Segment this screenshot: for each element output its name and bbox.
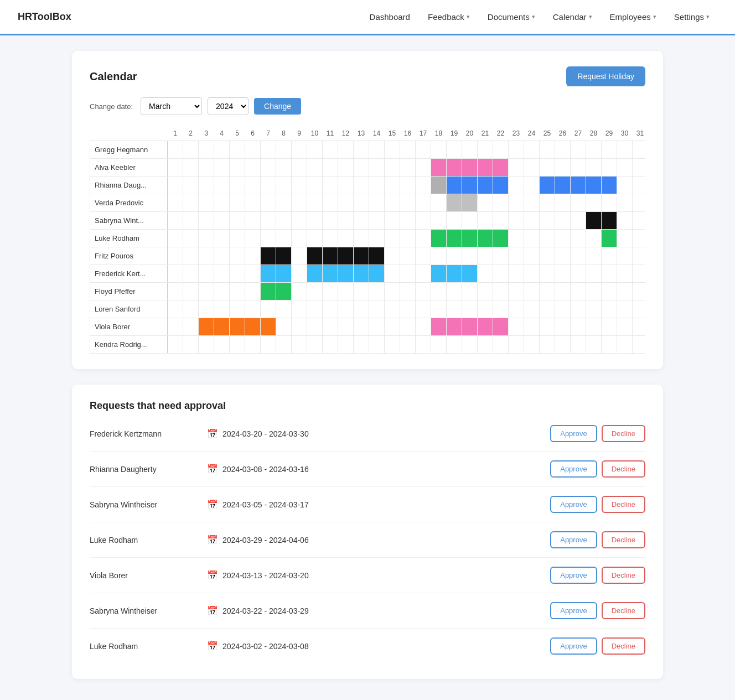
chevron-down-icon: ▾ [706,13,710,20]
day-cell-24 [524,230,540,247]
day-cell-30 [617,300,633,318]
day-cell-20 [462,230,478,247]
approve-button[interactable]: Approve [550,567,597,584]
day-cell-12 [338,300,354,318]
approve-button[interactable]: Approve [550,602,597,619]
calendar-icon: 📅 [207,464,218,474]
approval-row: Sabryna Wintheiser 📅 2024-03-05 - 2024-0… [90,487,645,522]
table-row: Kendra Rodrig... [90,336,646,354]
day-cell-1 [168,141,183,159]
chevron-down-icon: ▾ [467,13,470,20]
chevron-down-icon: ▾ [653,13,656,20]
day-cell-3 [199,159,214,177]
day-cell-12 [338,247,354,265]
day-cell-14 [369,283,385,300]
decline-button[interactable]: Decline [602,460,645,478]
day-cell-11 [323,283,338,300]
approve-button[interactable]: Approve [550,425,597,442]
day-cell-25 [540,159,555,177]
day-cell-24 [524,247,540,265]
nav-feedback[interactable]: Feedback ▾ [420,8,478,26]
day-cell-4 [214,177,230,194]
approve-button[interactable]: Approve [550,460,597,478]
calendar-icon: 📅 [207,499,218,510]
day-cell-12 [338,159,354,177]
decline-button[interactable]: Decline [602,425,645,442]
day-cell-25 [540,177,555,194]
day-cell-27 [571,230,586,247]
day-header-10: 10 [307,126,323,141]
nav-links: Dashboard Feedback ▾ Documents ▾ Calenda… [362,8,717,26]
nav-settings[interactable]: Settings ▾ [666,8,717,26]
day-cell-16 [400,300,416,318]
decline-button[interactable]: Decline [602,637,645,655]
day-cell-2 [183,177,199,194]
day-header-22: 22 [493,126,509,141]
approve-button[interactable]: Approve [550,531,597,548]
day-cell-13 [354,230,369,247]
day-cell-4 [214,159,230,177]
year-select[interactable]: 2022202320242025 [208,97,249,115]
day-cell-16 [400,265,416,283]
day-cell-29 [602,300,617,318]
day-header-11: 11 [323,126,338,141]
employee-name-cell: Fritz Pouros [90,247,168,265]
nav-calendar[interactable]: Calendar ▾ [545,8,600,26]
nav-dashboard[interactable]: Dashboard [362,8,418,26]
day-cell-24 [524,300,540,318]
nav-feedback-label: Feedback [428,12,464,22]
request-holiday-button[interactable]: Request Holiday [566,66,645,86]
day-cell-31 [633,194,646,212]
navbar: HRToolBox Dashboard Feedback ▾ Documents… [0,0,735,35]
day-cell-15 [385,265,400,283]
day-cell-1 [168,177,183,194]
table-row: Alva Keebler [90,159,646,177]
table-row: Verda Predovic [90,194,646,212]
day-cell-9 [292,212,307,230]
day-cell-28 [586,336,602,354]
change-button[interactable]: Change [254,98,301,115]
approval-date-range: 2024-03-29 - 2024-04-06 [222,536,309,545]
day-cell-8 [276,247,292,265]
day-cell-17 [416,300,431,318]
day-cell-4 [214,212,230,230]
day-cell-18 [431,141,447,159]
day-cell-29 [602,230,617,247]
approve-button[interactable]: Approve [550,637,597,655]
day-cell-17 [416,265,431,283]
day-cell-9 [292,230,307,247]
nav-documents[interactable]: Documents ▾ [480,8,543,26]
approval-row: Sabryna Wintheiser 📅 2024-03-22 - 2024-0… [90,593,645,629]
approval-row: Luke Rodham 📅 2024-03-02 - 2024-03-08 Ap… [90,629,645,663]
decline-button[interactable]: Decline [602,567,645,584]
name-column-header [90,126,168,141]
decline-button[interactable]: Decline [602,496,645,513]
approval-row: Rhianna Daugherty 📅 2024-03-08 - 2024-03… [90,452,645,487]
calendar-icon: 📅 [207,605,218,616]
day-cell-21 [478,300,493,318]
day-cell-17 [416,247,431,265]
decline-button[interactable]: Decline [602,531,645,548]
approve-button[interactable]: Approve [550,496,597,513]
day-cell-19 [447,300,462,318]
day-cell-20 [462,336,478,354]
month-select[interactable]: JanuaryFebruaryMarchAprilMayJuneJulyAugu… [141,97,202,115]
day-cell-20 [462,283,478,300]
day-cell-22 [493,300,509,318]
day-cell-20 [462,177,478,194]
day-cell-13 [354,159,369,177]
approval-dates: 📅 2024-03-20 - 2024-03-30 [207,428,544,439]
day-cell-19 [447,318,462,336]
decline-button[interactable]: Decline [602,602,645,619]
day-cell-1 [168,336,183,354]
day-cell-3 [199,141,214,159]
day-cell-10 [307,336,323,354]
day-cell-26 [555,212,571,230]
day-cell-3 [199,265,214,283]
day-cell-23 [509,177,524,194]
table-row: Loren Sanford [90,300,646,318]
approval-dates: 📅 2024-03-22 - 2024-03-29 [207,605,544,616]
day-cell-5 [230,283,245,300]
nav-employees[interactable]: Employees ▾ [602,8,664,26]
day-cell-17 [416,141,431,159]
